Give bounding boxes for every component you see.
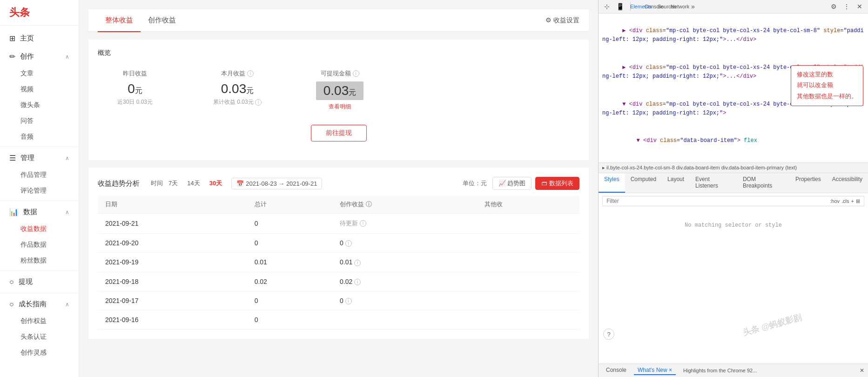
row-creation: 0.01 i xyxy=(332,253,477,272)
sidebar-item-withdraw[interactable]: ○ 提现 xyxy=(0,273,79,291)
sidebar-item-manage[interactable]: ☰ 管理 ∧ xyxy=(0,149,79,167)
devtools-breadcrumb: ▸ il.byte-col-xs-24.byte-col-sm-8 div.da… xyxy=(599,162,868,173)
row0-info-icon[interactable]: i xyxy=(360,220,366,227)
chart-buttons: 📈 趋势图 🗃 数据列表 xyxy=(492,177,579,190)
trend-chart-btn[interactable]: 📈 趋势图 xyxy=(492,177,532,190)
sidebar-item-rights[interactable]: 创作权益 xyxy=(0,313,79,329)
row-other xyxy=(477,214,579,234)
row-creation: 0 i xyxy=(332,291,477,310)
phone-icon[interactable]: 📱 xyxy=(615,2,625,11)
time-btn-7[interactable]: 7天 xyxy=(165,178,182,188)
tab-computed[interactable]: Computed xyxy=(625,173,662,193)
more-tabs-icon[interactable]: » xyxy=(688,2,698,11)
devtools-toolbar: ⊹ 📱 Elements Console Sources Network » ⚙… xyxy=(599,0,868,13)
tab-properties[interactable]: Properties xyxy=(790,173,827,193)
sidebar-item-comment[interactable]: 评论管理 xyxy=(0,183,79,199)
view-detail-link[interactable]: 查看明细 xyxy=(329,103,351,111)
row-creation xyxy=(332,310,477,330)
console-tab-bottom[interactable]: Console xyxy=(602,366,630,375)
tab-dom-breakpoints[interactable]: DOM Breakpoints xyxy=(737,173,790,193)
withdraw-btn-wrap: 前往提现 xyxy=(98,125,579,141)
sidebar-item-article[interactable]: 文章 xyxy=(0,66,79,81)
data-list-btn[interactable]: 🗃 数据列表 xyxy=(535,177,579,190)
sidebar-item-video[interactable]: 视频 xyxy=(0,81,79,97)
row-creation: 0 i xyxy=(332,234,477,253)
sidebar-item-create[interactable]: ✏ 创作 ∧ xyxy=(0,47,79,66)
tab-settings[interactable]: ⚙ 收益设置 xyxy=(545,16,579,25)
tab-accessibility[interactable]: Accessibility xyxy=(827,173,868,193)
more-options-icon[interactable]: ⋮ xyxy=(842,2,851,11)
time-filters: 时间 7天 14天 30天 xyxy=(151,178,226,188)
network-tab[interactable]: Network xyxy=(675,2,685,11)
row-date: 2021-09-16 xyxy=(98,310,247,330)
sidebar-item-fans-data[interactable]: 粉丝数据 xyxy=(0,253,79,269)
filter-add[interactable]: + xyxy=(851,198,854,204)
logo-text: 头条 xyxy=(9,7,30,18)
stat-withdrawable-label: 可提现金额 i xyxy=(321,69,359,78)
chevron-up-icon-3: ∧ xyxy=(65,209,69,215)
sidebar-home-label: 主页 xyxy=(20,34,34,43)
tab-styles[interactable]: Styles xyxy=(599,173,625,193)
withdrawable-info-icon[interactable]: i xyxy=(353,70,359,77)
stat-yesterday-label: 昨日收益 xyxy=(123,69,147,78)
sidebar-manage-label: 管理 xyxy=(20,154,34,162)
sidebar-item-growth[interactable]: ○ 成长指南 ∧ xyxy=(0,295,79,313)
tab-layout[interactable]: Layout xyxy=(662,173,690,193)
monthly-sub-info-icon[interactable]: i xyxy=(255,99,262,106)
filter-input[interactable] xyxy=(606,198,826,204)
overview-section: 概览 昨日收益 0元 近30日 0.03元 本月收益 i 0.03元 xyxy=(88,40,589,160)
sidebar-item-data[interactable]: 📊 数据 ∧ xyxy=(0,203,79,221)
time-btn-14[interactable]: 14天 xyxy=(183,178,203,188)
sidebar-item-revenue-data[interactable]: 收益数据 xyxy=(0,221,79,237)
stats-row: 昨日收益 0元 近30日 0.03元 本月收益 i 0.03元 累计收益 0.0… xyxy=(98,65,579,115)
table-row: 2021-09-17 0 0 i xyxy=(98,291,579,310)
sidebar: 头条 ⊞ 主页 ✏ 创作 ∧ 文章 视频 微头条 问答 音频 ☰ 管理 ∧ 作品… xyxy=(0,0,79,377)
row1-info-icon[interactable]: i xyxy=(345,240,352,247)
close-devtools-icon[interactable]: ✕ xyxy=(855,2,864,11)
data-table: 日期 总计 创作收益 ⓘ 其他收 2021-09-21 0 待更新 i 2021… xyxy=(98,195,579,330)
manage-icon: ☰ xyxy=(9,154,16,162)
stat-withdrawable: 可提现金额 i 0.03元 查看明细 xyxy=(303,69,377,111)
tab-event-listeners[interactable]: Event Listeners xyxy=(690,173,737,193)
filter-cls[interactable]: .cls xyxy=(841,198,849,204)
filter-hov[interactable]: :hov xyxy=(830,198,840,204)
filter-grid[interactable]: ⊞ xyxy=(856,198,860,204)
sidebar-item-qa[interactable]: 问答 xyxy=(0,113,79,129)
cursor-icon[interactable]: ⊹ xyxy=(602,2,612,11)
row-date: 2021-09-18 xyxy=(98,272,247,291)
help-button[interactable]: ? xyxy=(603,329,614,340)
table-row: 2021-09-20 0 0 i xyxy=(98,234,579,253)
time-btn-30[interactable]: 30天 xyxy=(206,178,226,188)
logo: 头条 xyxy=(0,0,79,26)
console-close-icon[interactable]: ✕ xyxy=(860,367,864,374)
growth-icon: ○ xyxy=(9,300,14,309)
settings-icon[interactable]: ⚙ xyxy=(829,2,838,11)
sidebar-item-auth[interactable]: 头条认证 xyxy=(0,329,79,345)
row4-info-icon[interactable]: i xyxy=(345,298,352,304)
table-header: 日期 总计 创作收益 ⓘ 其他收 xyxy=(98,195,579,214)
whats-new-tab[interactable]: What's New × xyxy=(634,366,676,375)
col-other: 其他收 xyxy=(477,195,579,214)
row-creation: 待更新 i xyxy=(332,214,477,234)
sidebar-nav: ⊞ 主页 ✏ 创作 ∧ 文章 视频 微头条 问答 音频 ☰ 管理 ∧ 作品管理 … xyxy=(0,26,79,364)
date-range-picker[interactable]: 📅 2021-08-23 → 2021-09-21 xyxy=(231,178,322,189)
chevron-up-icon-4: ∧ xyxy=(65,301,69,308)
monthly-info-icon[interactable]: i xyxy=(247,70,254,77)
tab-creation[interactable]: 创作收益 xyxy=(141,9,183,32)
stat-monthly-sub: 累计收益 0.03元 i xyxy=(213,98,262,106)
sidebar-item-works[interactable]: 作品管理 xyxy=(0,167,79,183)
withdraw-button[interactable]: 前往提现 xyxy=(311,125,367,141)
row-date: 2021-09-17 xyxy=(98,291,247,310)
trend-header: 收益趋势分析 时间 7天 14天 30天 📅 2021-08-23 → 2021… xyxy=(98,177,579,190)
sidebar-item-works-data[interactable]: 作品数据 xyxy=(0,237,79,253)
row3-info-icon[interactable]: i xyxy=(354,279,361,285)
table-row: 2021-09-19 0.01 0.01 i xyxy=(98,253,579,272)
sidebar-item-audio[interactable]: 音频 xyxy=(0,129,79,145)
tab-overall[interactable]: 整体收益 xyxy=(98,9,141,32)
sidebar-item-home[interactable]: ⊞ 主页 xyxy=(0,29,79,47)
row-total: 0 xyxy=(247,214,332,234)
sidebar-item-inspiration[interactable]: 创作灵感 xyxy=(0,345,79,361)
sidebar-item-weixin[interactable]: 微头条 xyxy=(0,97,79,113)
row2-info-icon[interactable]: i xyxy=(354,260,361,266)
divider-2 xyxy=(0,201,79,201)
